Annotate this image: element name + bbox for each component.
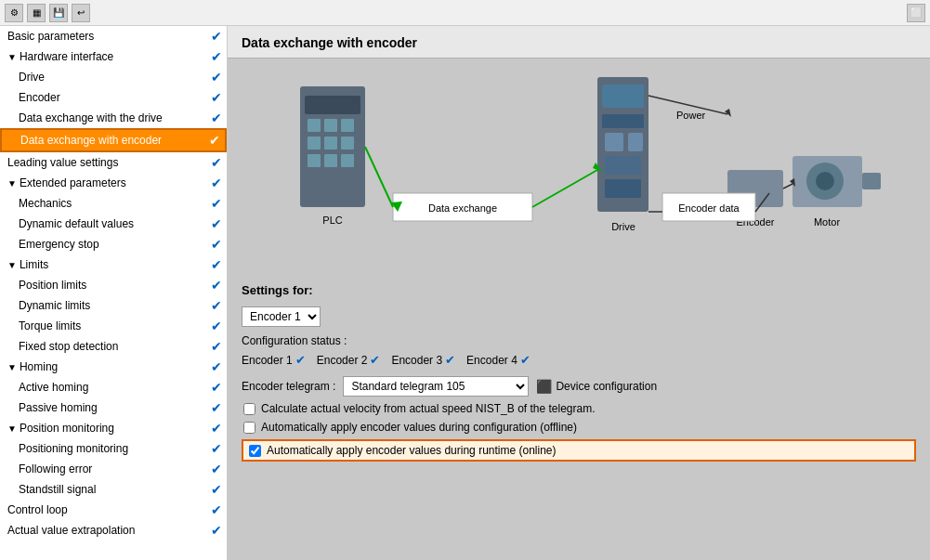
device-config-icon: ⬛	[536, 379, 552, 394]
encoder-1-check: ✔	[295, 353, 306, 367]
checkbox-offline-label: Automatically apply encoder values durin…	[261, 421, 577, 434]
toolbar-icon-4[interactable]: ↩	[72, 4, 90, 22]
encoder-select[interactable]: Encoder 1 Encoder 2 Encoder 3 Encoder 4	[242, 306, 321, 327]
telegram-select[interactable]: Standard telegram 105 Standard telegram …	[343, 376, 529, 397]
diagram-svg: PLC Drive Power Encoder Motor	[254, 68, 904, 263]
checkbox-offline[interactable]	[243, 422, 255, 434]
svg-rect-1	[305, 96, 360, 114]
sidebar-item-actual-value[interactable]: Actual value extrapolation ✔	[0, 520, 227, 540]
diagram-area: PLC Drive Power Encoder Motor	[228, 59, 930, 272]
check-position-monitoring: ✔	[211, 421, 222, 436]
check-following-error: ✔	[211, 462, 222, 476]
svg-rect-4	[341, 119, 354, 132]
encoder-4-status: Encoder 4 ✔	[466, 353, 530, 367]
encoder-3-check: ✔	[445, 353, 455, 367]
encoder-4-check: ✔	[520, 353, 530, 367]
svg-rect-5	[308, 137, 321, 150]
sidebar-item-fixed-stop[interactable]: Fixed stop detection ✔	[0, 336, 227, 357]
checkbox-online[interactable]	[249, 445, 261, 457]
toolbar-icon-3[interactable]: 💾	[49, 4, 68, 22]
sidebar-item-active-homing[interactable]: Active homing ✔	[0, 377, 227, 397]
checkbox-offline-row: Automatically apply encoder values durin…	[242, 421, 916, 434]
check-position-limits: ✔	[211, 278, 222, 293]
check-encoder: ✔	[211, 90, 222, 105]
svg-rect-13	[602, 85, 644, 108]
svg-marker-39	[725, 109, 731, 117]
sidebar-item-data-exchange-drive[interactable]: Data exchange with the drive ✔	[0, 108, 227, 128]
settings-for-title: Settings for:	[242, 283, 916, 297]
encoder-3-label: Encoder 3	[391, 354, 442, 367]
svg-rect-17	[605, 156, 641, 175]
check-data-exchange-encoder: ✔	[209, 133, 220, 148]
svg-rect-25	[862, 173, 881, 189]
check-homing: ✔	[211, 359, 222, 374]
sidebar-item-hardware-interface[interactable]: ▼ Hardware interface ✔	[0, 46, 227, 67]
check-dynamic-default: ✔	[211, 216, 222, 231]
sidebar-item-positioning-monitoring[interactable]: Positioning monitoring ✔	[0, 438, 227, 459]
svg-line-33	[532, 170, 597, 207]
encoder-1-label: Encoder 1	[242, 354, 293, 367]
sidebar-item-passive-homing[interactable]: Passive homing ✔	[0, 397, 227, 418]
svg-text:Data exchange: Data exchange	[428, 202, 497, 214]
encoder-2-check: ✔	[370, 353, 380, 367]
sidebar-item-emergency-stop[interactable]: Emergency stop ✔	[0, 234, 227, 254]
sidebar-item-encoder[interactable]: Encoder ✔	[0, 87, 227, 108]
toolbar: ⚙ ▦ 💾 ↩ ⬜	[0, 0, 930, 26]
encoder-2-status: Encoder 2 ✔	[317, 353, 381, 367]
sidebar: Basic parameters ✔ ▼ Hardware interface …	[0, 26, 228, 560]
toolbar-icon-1[interactable]: ⚙	[5, 4, 23, 22]
sidebar-item-standstill-signal[interactable]: Standstill signal ✔	[0, 479, 227, 500]
svg-point-24	[816, 172, 834, 190]
sidebar-item-position-monitoring[interactable]: ▼ Position monitoring ✔	[0, 418, 227, 438]
checkbox-velocity-row: Calculate actual velocity from actual sp…	[242, 402, 916, 415]
svg-text:Encoder data: Encoder data	[678, 202, 740, 214]
check-extended-parameters: ✔	[211, 176, 222, 190]
encoder-4-label: Encoder 4	[466, 354, 517, 367]
sidebar-item-limits[interactable]: ▼ Limits ✔	[0, 254, 227, 275]
check-drive: ✔	[211, 70, 222, 85]
sidebar-item-homing[interactable]: ▼ Homing ✔	[0, 357, 227, 377]
check-passive-homing: ✔	[211, 400, 222, 415]
svg-text:Motor: Motor	[814, 216, 840, 228]
check-positioning-monitoring: ✔	[211, 441, 222, 456]
sidebar-item-control-loop[interactable]: Control loop ✔	[0, 500, 227, 520]
arrow-homing: ▼	[7, 362, 17, 372]
sidebar-item-torque-limits[interactable]: Torque limits ✔	[0, 316, 227, 336]
device-config-label: Device configuration	[556, 380, 657, 393]
check-hardware-interface: ✔	[211, 49, 222, 64]
check-control-loop: ✔	[211, 502, 222, 517]
sidebar-item-extended-parameters[interactable]: ▼ Extended parameters ✔	[0, 173, 227, 193]
check-emergency-stop: ✔	[211, 237, 222, 252]
checkbox-online-label: Automatically apply encoder values durin…	[267, 444, 557, 457]
sidebar-item-following-error[interactable]: Following error ✔	[0, 459, 227, 479]
svg-rect-2	[308, 119, 321, 132]
toolbar-icon-right[interactable]: ⬜	[907, 4, 925, 22]
svg-rect-14	[602, 114, 644, 128]
encoder-dropdown-wrapper: Encoder 1 Encoder 2 Encoder 3 Encoder 4	[242, 306, 321, 327]
check-mechanics: ✔	[211, 196, 222, 211]
svg-rect-8	[308, 154, 321, 167]
toolbar-icon-2[interactable]: ▦	[27, 4, 46, 22]
sidebar-item-basic-parameters[interactable]: Basic parameters ✔	[0, 26, 227, 46]
sidebar-item-drive[interactable]: Drive ✔	[0, 67, 227, 87]
check-fixed-stop: ✔	[211, 339, 222, 354]
svg-text:PLC: PLC	[322, 215, 342, 226]
sidebar-item-dynamic-limits[interactable]: Dynamic limits ✔	[0, 295, 227, 316]
check-limits: ✔	[211, 257, 222, 272]
sidebar-item-leading-value[interactable]: Leading value settings ✔	[0, 152, 227, 173]
check-active-homing: ✔	[211, 380, 222, 395]
svg-text:Drive: Drive	[611, 221, 635, 232]
encoder-1-status: Encoder 1 ✔	[242, 353, 306, 367]
svg-rect-15	[605, 133, 623, 151]
sidebar-item-dynamic-default[interactable]: Dynamic default values ✔	[0, 214, 227, 234]
telegram-row: Encoder telegram : Standard telegram 105…	[242, 376, 916, 397]
device-config-button[interactable]: ⬛ Device configuration	[536, 379, 657, 394]
check-leading-value: ✔	[211, 155, 222, 170]
checkbox-velocity[interactable]	[243, 403, 255, 415]
check-basic-parameters: ✔	[211, 29, 222, 44]
svg-rect-7	[341, 137, 354, 150]
sidebar-item-mechanics[interactable]: Mechanics ✔	[0, 193, 227, 214]
sidebar-item-position-limits[interactable]: Position limits ✔	[0, 275, 227, 295]
svg-rect-9	[324, 154, 337, 167]
sidebar-item-data-exchange-encoder[interactable]: Data exchange with encoder ✔	[0, 128, 227, 152]
